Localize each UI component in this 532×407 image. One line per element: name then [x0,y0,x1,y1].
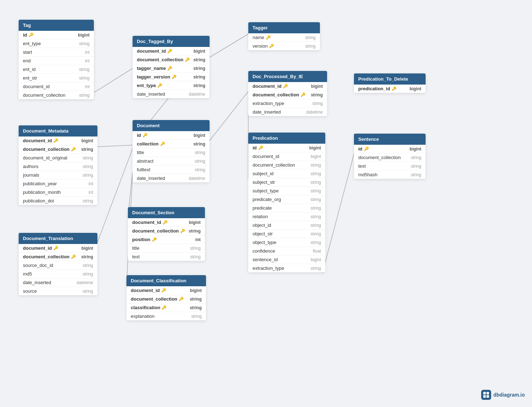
field-name: document_collection [23,92,66,98]
field-type: string [83,155,93,161]
table-row: source string [19,287,97,295]
field-type: string [195,167,205,172]
table-document-translation-title: Document_Translation [23,236,73,241]
field-type: string [311,266,321,271]
field-type: string [411,164,421,169]
field-name: text [358,163,366,169]
table-document-metadata-title: Document_Metadata [23,128,68,134]
table-doc-tagged-by-header: Doc_Tagged_By [133,36,210,47]
table-sentence-title: Sentence [358,137,379,142]
field-type: string [311,240,321,245]
table-document-classification-title: Document_Classification [131,278,186,283]
field-name: authors [23,164,38,169]
field-type: string [311,188,321,193]
field-type: bigint [193,133,205,138]
field-type: int [88,190,93,195]
table-row: id 🔑 bigint [248,144,325,152]
table-tag: Tag id 🔑 bigint ent_type string start in… [19,20,94,99]
field-type: string [411,172,421,177]
table-doc-tagged-by-title: Doc_Tagged_By [137,39,173,44]
table-row: ent_type 🔑 string [133,81,210,90]
table-row: document_id 🔑 bigint [19,244,97,253]
table-row: object_type string [248,238,325,247]
field-name: relation [253,214,268,219]
table-doc-processed-by-ie-header: Doc_Processed_By_IE [248,71,327,82]
table-row: extraction_type string [248,99,327,108]
table-row: text string [128,253,205,261]
field-type: string [305,44,316,49]
table-row: journals string [19,171,97,179]
field-type: bigint [81,138,93,143]
table-row: id 🔑 bigint [354,145,426,153]
table-row: document_collection 🔑 string [133,56,210,64]
field-name: journals [23,172,39,178]
field-name: document_collection [358,155,401,160]
table-row: date_inserted datetime [133,90,210,98]
table-document-translation-header: Document_Translation [19,233,97,244]
field-type: string [311,206,321,211]
table-doc-tagged-by: Doc_Tagged_By document_id 🔑 bigint docum… [133,36,210,98]
table-row: md5hash string [354,171,426,179]
field-name: fulltext [137,167,150,172]
table-predication-title: Predication [253,135,278,141]
table-row: title string [128,244,205,253]
table-row: source_doc_id string [19,261,97,270]
svg-rect-12 [483,395,486,398]
table-predication: Predication id 🔑 bigint document_id bigi… [248,133,325,272]
table-predication-header: Predication [248,133,325,144]
field-name: confidence [253,248,275,254]
field-type: string [79,67,90,72]
field-name: ent_str [23,75,37,81]
field-name: document_id_original [23,155,67,161]
table-tagger-header: Tagger [248,22,320,33]
field-type: bigint [409,86,421,91]
table-row: document_collection 🔑 string [19,145,97,154]
field-name: version 🔑 [253,43,274,49]
field-type: int [85,58,90,63]
table-row: sentence_id bigint [248,255,325,264]
field-type: string [83,164,93,169]
brand-label: dbdiagram.io [493,392,525,398]
field-type: bigint [311,154,321,159]
field-type: string [190,254,201,259]
brand: dbdiagram.io [481,390,525,400]
field-type: string [190,297,202,302]
table-row: document_id 🔑 bigint [128,218,205,227]
field-name: object_type [253,240,277,245]
table-row: confidence float [248,247,325,255]
table-row: document_collection 🔑 string [128,227,205,235]
field-type: string [311,163,321,168]
field-type: string [193,66,205,71]
table-document-metadata: Document_Metadata document_id 🔑 bigint d… [19,125,97,205]
table-document-section-header: Document_Section [128,207,205,218]
field-name: abstract [137,158,153,164]
table-document-classification-header: Document_Classification [126,275,206,286]
table-row: document_collection 🔑 string [19,253,97,261]
table-tagger: Tagger name 🔑 string version 🔑 string [248,22,320,50]
svg-line-8 [322,154,354,273]
table-document-translation: Document_Translation document_id 🔑 bigin… [19,233,97,295]
table-row: document_id 🔑 bigint [248,82,327,91]
field-type: string [312,101,323,106]
table-row: object_str string [248,230,325,238]
table-row: publication_doi string [19,197,97,205]
field-type: string [311,171,321,176]
table-row: abstract string [133,157,210,166]
field-name: name 🔑 [253,35,271,40]
field-type: bigint [78,33,90,38]
table-row: document_collection 🔑 string [248,91,327,99]
table-row: text string [354,162,426,171]
field-name: classification 🔑 [131,305,167,310]
svg-line-3 [208,91,248,143]
field-type: datetime [189,92,205,97]
field-type: string [311,180,321,185]
table-predication-to-delete-header: Predication_To_Delete [354,73,426,85]
field-name: publication_doi [23,198,54,204]
table-row: end int [19,57,94,65]
field-name: sentence_id [253,257,278,262]
table-sentence-header: Sentence [354,134,426,145]
field-type: string [311,92,323,97]
field-name: md5hash [358,172,377,177]
field-type: int [85,50,90,55]
field-name: tagger_name 🔑 [137,66,172,71]
